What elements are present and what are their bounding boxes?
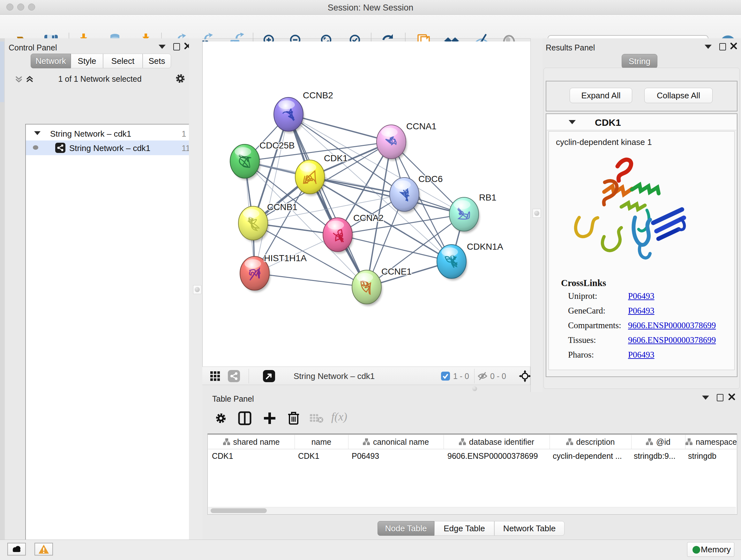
svg-text:CDC25B: CDC25B [259, 140, 294, 150]
cdk1-section-header[interactable]: CDK1 [547, 115, 736, 130]
netbar-separator [474, 369, 475, 383]
table-cell[interactable]: cyclin-dependent ... [553, 451, 629, 464]
table-gear-icon[interactable] [214, 412, 227, 425]
svg-text:CDK1: CDK1 [324, 153, 348, 163]
tab-network-table[interactable]: Network Table [494, 521, 564, 536]
selected-count: 1 - 0 [453, 372, 469, 381]
pharos-link[interactable]: P06493 [628, 350, 655, 360]
table-cell[interactable]: 9606.ENSP00000378699 [448, 451, 548, 464]
svg-text:CCNB2: CCNB2 [303, 90, 333, 100]
collapse-section-icon[interactable] [569, 120, 576, 124]
panel-menu-icon[interactable] [702, 395, 709, 400]
left-splitter[interactable] [189, 38, 202, 540]
selected-checkbox-icon[interactable] [441, 372, 450, 381]
tab-network[interactable]: Network [30, 54, 71, 68]
tab-style[interactable]: Style [71, 54, 103, 68]
table-cell[interactable]: CDK1 [298, 451, 346, 464]
uniprot-link[interactable]: P06493 [628, 291, 655, 301]
column-header-description[interactable]: description [549, 435, 631, 449]
close-panel-icon[interactable] [728, 393, 735, 400]
splitter-collapse-handle[interactable] [193, 285, 201, 294]
compartments-link[interactable]: 9606.ENSP00000378699 [628, 320, 716, 330]
cdk1-details: cyclin-dependent kinase 1 [549, 131, 735, 370]
right-splitter[interactable] [530, 38, 543, 392]
crosslinks-heading: CrossLinks [561, 278, 606, 288]
title-bar: Session: New Session [0, 0, 741, 15]
svg-text:HIST1H1A: HIST1H1A [264, 253, 307, 263]
warning-icon [38, 544, 49, 554]
network-row-selected[interactable]: String Network – cdk1 11 48 [26, 140, 192, 155]
expand-all-icon[interactable] [25, 75, 34, 84]
column-header-namespace[interactable]: namespace [685, 435, 737, 449]
collapse-all-button[interactable]: Collapse All [644, 88, 713, 103]
horizontal-scrollbar[interactable] [208, 507, 736, 514]
hidden-eye-icon[interactable] [477, 372, 488, 381]
results-panel-title: Results Panel [546, 43, 595, 52]
control-panel-title: Control Panel [9, 43, 57, 52]
network-list: String Network – cdk1 1 String Network –… [25, 124, 194, 560]
column-header-shared-name[interactable]: shared name [208, 435, 295, 449]
table-cell[interactable]: stringdb [688, 451, 736, 464]
float-panel-icon[interactable] [717, 394, 724, 401]
birds-eye-icon[interactable] [519, 370, 531, 382]
splitter-handle-dot[interactable] [472, 386, 477, 391]
column-header-database-identifier[interactable]: database identifier [444, 435, 550, 449]
table-cell[interactable]: stringdb:9... [634, 451, 682, 464]
memory-button[interactable]: Memory [687, 542, 734, 557]
column-header-id[interactable]: @id [631, 435, 685, 449]
table-panel-title: Table Panel [212, 394, 254, 403]
float-panel-icon[interactable] [719, 43, 726, 51]
network-view-dot-icon [33, 145, 38, 150]
gear-icon[interactable] [175, 73, 186, 84]
collapse-all-icon[interactable] [14, 75, 23, 84]
column-header-canonical-name[interactable]: canonical name [348, 435, 444, 449]
table-cell[interactable]: CDK1 [212, 451, 292, 464]
close-panel-icon[interactable] [730, 43, 737, 50]
panel-menu-icon[interactable] [704, 45, 712, 49]
collapse-tree-icon[interactable] [34, 131, 41, 135]
network-canvas[interactable]: CCNB2CCNA1CDC25BCDK1CDC6RB1CCNB1CCNA2CDK… [202, 42, 531, 367]
column-header-name[interactable]: name [294, 435, 348, 449]
netbar-separator [249, 369, 249, 383]
add-column-icon[interactable] [263, 411, 276, 425]
network-collection-row[interactable]: String Network – cdk1 1 [26, 126, 192, 140]
svg-text:CDKN1A: CDKN1A [467, 242, 503, 252]
crosslink-label: Tissues: [568, 335, 596, 345]
crosslink-label: Compartments: [568, 320, 621, 330]
warning-button[interactable] [35, 543, 53, 556]
cdk1-description: cyclin-dependent kinase 1 [556, 137, 652, 147]
tab-string[interactable]: String [622, 54, 657, 69]
status-bar: Memory [0, 540, 741, 560]
results-panel: Results Panel String Expand All Collapse… [542, 38, 741, 392]
scrollbar-thumb[interactable] [211, 508, 267, 513]
results-buttons-box: Expand All Collapse All [546, 81, 738, 111]
network-graph[interactable]: CCNB2CCNA1CDC25BCDK1CDC6RB1CCNB1CCNA2CDK… [203, 42, 531, 367]
string-view-icon[interactable] [228, 370, 240, 382]
table-cell[interactable]: P06493 [352, 451, 441, 464]
header-divider [208, 449, 737, 449]
tab-select[interactable]: Select [103, 54, 143, 68]
crosslinks-list: Uniprot: GeneCard: Compartments: Tissues… [568, 291, 621, 365]
cloud-icon [11, 545, 22, 553]
detach-view-icon[interactable] [263, 370, 275, 382]
memory-label: Memory [701, 545, 731, 554]
delete-column-icon[interactable] [287, 411, 300, 425]
function-builder-icon: f(x) [331, 410, 347, 423]
panel-menu-icon[interactable] [158, 45, 165, 49]
grid-view-icon[interactable] [210, 371, 220, 381]
tissues-link[interactable]: 9606.ENSP00000378699 [628, 335, 716, 345]
splitter-collapse-handle[interactable] [533, 209, 541, 218]
svg-text:CDC6: CDC6 [418, 174, 443, 184]
select-columns-icon[interactable] [238, 411, 252, 425]
tab-edge-table[interactable]: Edge Table [434, 521, 494, 536]
svg-text:RB1: RB1 [479, 192, 496, 202]
crosslink-label: GeneCard: [568, 306, 605, 315]
cloud-button[interactable] [7, 543, 26, 556]
svg-text:CCNA2: CCNA2 [353, 213, 384, 223]
tab-node-table[interactable]: Node Table [378, 521, 434, 536]
genecard-link[interactable]: P06493 [628, 306, 655, 315]
tab-sets[interactable]: Sets [143, 54, 171, 68]
float-panel-icon[interactable] [173, 43, 180, 51]
control-panel: Control Panel Network Style Select Sets … [5, 38, 189, 540]
expand-all-button[interactable]: Expand All [569, 88, 632, 103]
